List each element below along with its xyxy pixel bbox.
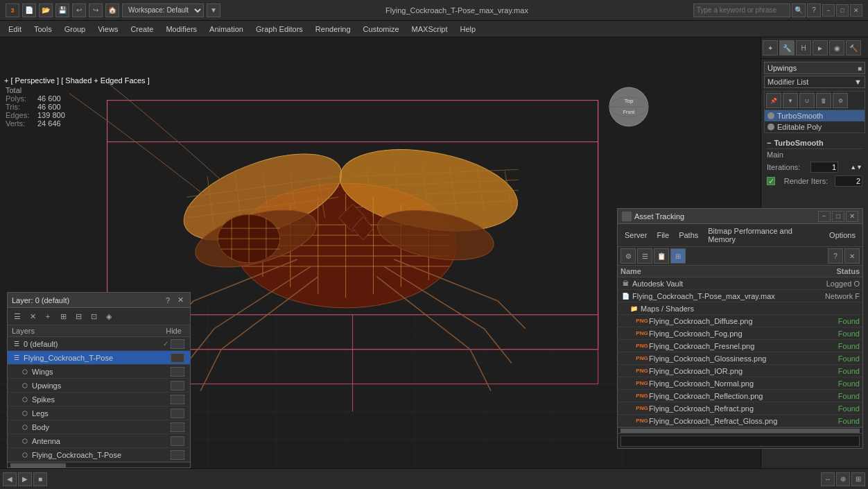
expand-icon[interactable]: − [767, 139, 771, 147]
close-button[interactable]: ✕ [850, 4, 862, 17]
pin-stack-btn[interactable]: 📌 [766, 93, 781, 108]
layer-hide-cockroach2[interactable] [171, 450, 184, 460]
navigation-ball[interactable]: Top Front [608, 86, 650, 128]
layer-hide-default[interactable] [171, 339, 184, 349]
asset-menu-paths[interactable]: Paths [675, 230, 702, 241]
menu-group[interactable]: Group [59, 24, 92, 35]
asset-btn-2[interactable]: ☰ [637, 248, 652, 264]
minimize-button[interactable]: − [822, 4, 835, 17]
asset-row-vault[interactable]: 🏛 Autodesk Vault Logged O [618, 277, 862, 290]
asset-row-normal[interactable]: PNG Flying_Cockroach_Normal.png Found [618, 377, 862, 390]
asset-row-maps[interactable]: 📁 Maps / Shaders [618, 302, 862, 315]
stop-btn[interactable]: ■ [33, 472, 47, 486]
editablepoly-modifier[interactable]: Editable Poly [765, 121, 865, 132]
asset-btn-1[interactable]: ⚙ [620, 248, 636, 264]
layer-hide-legs[interactable] [171, 409, 184, 418]
layer-hide-antenna[interactable] [171, 436, 184, 446]
layer-hide-upwings[interactable] [171, 381, 184, 391]
play-btn[interactable]: ▶ [18, 472, 32, 486]
asset-row-glossiness[interactable]: PNG Flying_Cockroach_Glossiness.png Foun… [618, 352, 862, 365]
color-swatch[interactable]: ■ [858, 65, 862, 72]
motion-icon[interactable]: ► [813, 40, 828, 55]
layers-highlight-btn[interactable]: ◈ [102, 309, 116, 323]
asset-btn-help[interactable]: ? [828, 248, 843, 264]
maximize-button[interactable]: □ [836, 4, 849, 17]
layer-item-antenna[interactable]: ⬡ Antenna [8, 434, 190, 448]
asset-row-ior[interactable]: PNG Flying_Cockroach_IOR.png Found [618, 365, 862, 377]
snap-btn[interactable]: ⊕ [836, 472, 850, 486]
menu-edit[interactable]: Edit [3, 24, 27, 35]
scene-btn[interactable]: 🏠 [105, 3, 119, 17]
layer-item-default[interactable]: ☰ 0 (default) ✓ [8, 337, 190, 351]
layers-select-btn[interactable]: ⊡ [87, 309, 101, 323]
new-btn[interactable]: 📄 [22, 3, 36, 17]
asset-row-refract-gloss[interactable]: PNG Flying_Cockroach_Refract_Gloss.png F… [618, 415, 862, 427]
iterations-spinner[interactable]: ▲▼ [850, 164, 862, 171]
menu-customize[interactable]: Customize [358, 24, 405, 35]
asset-btn-4[interactable]: ⊞ [670, 248, 686, 264]
layers-close-btn[interactable]: ✕ [175, 295, 186, 306]
asset-btn-3[interactable]: 📋 [654, 248, 669, 264]
asset-minimize-btn[interactable]: − [818, 211, 831, 222]
timeline-btn[interactable]: ◀ [3, 472, 17, 486]
turbosmooth-modifier[interactable]: TurboSmooth [765, 110, 865, 121]
workspace-dropdown[interactable]: ▼ [207, 3, 220, 17]
menu-help[interactable]: Help [455, 24, 482, 35]
asset-menu-bitmap[interactable]: Bitmap Performance and Memory [704, 225, 824, 245]
asset-menu-file[interactable]: File [652, 230, 673, 241]
asset-row-mainfile[interactable]: 📄 Flying_Cockroach_T-Pose_max_vray.max N… [618, 290, 862, 302]
asset-menu-options[interactable]: Options [825, 230, 860, 241]
asset-row-fresnel[interactable]: PNG Flying_Cockroach_Fresnel.png Found [618, 340, 862, 352]
layers-view-icon[interactable]: ☰ [10, 309, 24, 323]
menu-modifiers[interactable]: Modifiers [160, 24, 202, 35]
asset-menu-server[interactable]: Server [620, 230, 651, 241]
modifier-list-dropdown[interactable]: Modifier List ▼ [764, 76, 865, 88]
layer-item-spikes[interactable]: ⬡ Spikes [8, 393, 190, 406]
asset-row-fog[interactable]: PNG Flying_Cockroach_Fog.png Found [618, 327, 862, 340]
menu-views[interactable]: Views [92, 24, 123, 35]
layer-item-body[interactable]: ⬡ Body [8, 420, 190, 434]
layers-help-btn[interactable]: ? [162, 295, 173, 306]
utilities-icon[interactable]: 🔨 [846, 40, 861, 55]
layer-hide-wings[interactable] [171, 367, 184, 377]
display-icon[interactable]: ◉ [829, 40, 844, 55]
search-btn[interactable]: 🔍 [792, 3, 806, 17]
show-end-btn[interactable]: ▼ [783, 93, 798, 108]
search-input[interactable] [693, 3, 790, 17]
workspace-selector[interactable]: Workspace: Default [122, 3, 204, 17]
asset-row-refract[interactable]: PNG Flying_Cockroach_Refract.png Found [618, 402, 862, 415]
create-icon[interactable]: ✦ [763, 40, 778, 55]
layer-item-legs[interactable]: ⬡ Legs [8, 406, 190, 420]
asset-row-reflection[interactable]: PNG Flying_Cockroach_Reflection.png Foun… [618, 390, 862, 402]
modify-icon active[interactable]: 🔧 [779, 40, 795, 55]
layers-add-btn[interactable]: + [41, 309, 55, 323]
asset-btn-close2[interactable]: ✕ [844, 248, 860, 264]
asset-row-diffuse[interactable]: PNG Flying_Cockroach_Diffuse.png Found [618, 315, 862, 327]
layer-hide-cockroach[interactable] [171, 353, 184, 363]
layer-item-cockroach[interactable]: ☰ Flying_Cockroach_T-Pose [8, 351, 190, 365]
help-btn[interactable]: ? [807, 3, 821, 17]
configure-sets-btn[interactable]: ⚙ [833, 93, 848, 108]
layer-hide-body[interactable] [171, 422, 184, 432]
layers-scrollbar[interactable] [8, 462, 190, 467]
mirror-btn[interactable]: ⊞ [851, 472, 865, 486]
layer-hide-spikes[interactable] [171, 395, 184, 404]
render-iters-input[interactable] [835, 175, 862, 187]
asset-maximize-btn[interactable]: □ [832, 211, 844, 222]
menu-maxscript[interactable]: MAXScript [406, 24, 453, 35]
layers-delete-btn[interactable]: ✕ [26, 309, 40, 323]
menu-graph-editors[interactable]: Graph Editors [250, 24, 309, 35]
layers-add-object-btn[interactable]: ⊞ [56, 309, 70, 323]
hierarchy-icon[interactable]: H [796, 40, 811, 55]
menu-rendering[interactable]: Rendering [310, 24, 356, 35]
layer-item-cockroach2[interactable]: ⬡ Flying_Cockroach_T-Pose [8, 448, 190, 462]
layer-item-upwings[interactable]: ⬡ Upwings [8, 379, 190, 393]
make-unique-btn[interactable]: U [799, 93, 815, 108]
render-iters-checkbox[interactable]: ✓ [767, 177, 775, 185]
remove-modifier-btn[interactable]: 🗑 [816, 93, 831, 108]
layers-remove-obj-btn[interactable]: ⊟ [71, 309, 85, 323]
asset-search-input[interactable] [620, 436, 860, 447]
layer-item-wings[interactable]: ⬡ Wings [8, 365, 190, 379]
asset-close-btn[interactable]: ✕ [846, 211, 858, 222]
open-btn[interactable]: 📂 [39, 3, 53, 17]
